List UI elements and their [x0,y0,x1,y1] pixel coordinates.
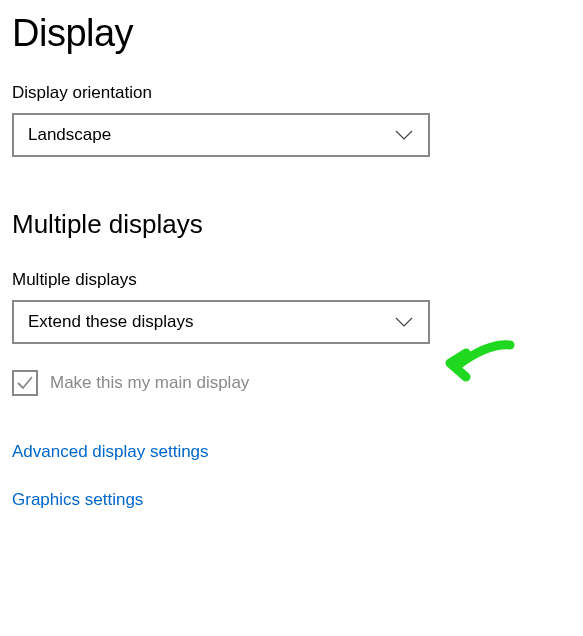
multiple-displays-heading: Multiple displays [12,209,571,240]
multiple-displays-label: Multiple displays [12,270,571,290]
page-title: Display [12,12,571,55]
chevron-down-icon [394,312,414,332]
orientation-label: Display orientation [12,83,571,103]
multiple-displays-dropdown[interactable]: Extend these displays [12,300,430,344]
chevron-down-icon [394,125,414,145]
graphics-settings-link[interactable]: Graphics settings [12,490,571,510]
orientation-dropdown[interactable]: Landscape [12,113,430,157]
orientation-value: Landscape [28,125,111,145]
multiple-displays-value: Extend these displays [28,312,193,332]
arrow-annotation [440,333,520,393]
advanced-display-settings-link[interactable]: Advanced display settings [12,442,571,462]
main-display-checkbox[interactable] [12,370,38,396]
main-display-label: Make this my main display [50,373,249,393]
